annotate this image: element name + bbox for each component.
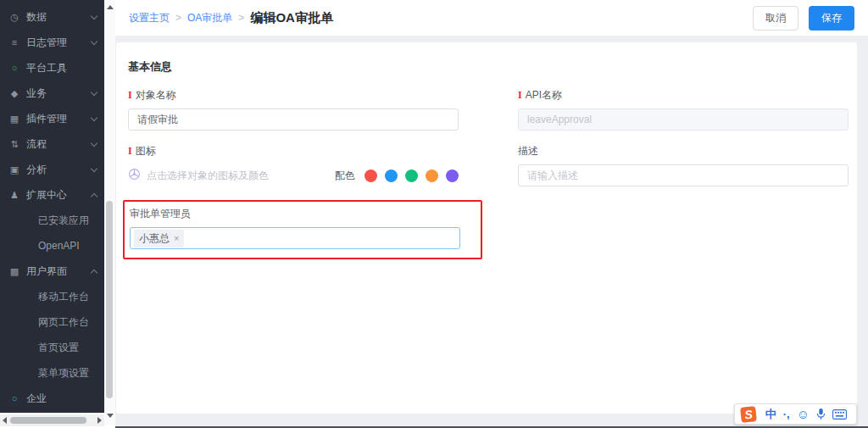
- save-button[interactable]: 保存: [809, 6, 854, 31]
- tag-remove-icon[interactable]: ×: [174, 233, 179, 243]
- list-icon: ≡: [8, 37, 20, 47]
- sidebar-item-web-workbench[interactable]: 网页工作台: [0, 309, 104, 335]
- breadcrumb-separator: >: [175, 12, 181, 24]
- chevron-icon: [91, 269, 97, 275]
- sidebar-item-label: 数据: [26, 10, 92, 25]
- required-mark: I: [128, 89, 132, 102]
- admin-label: 审批单管理员: [130, 207, 481, 221]
- content-background: 基本信息 I 对象名称 请假审批 I 图标: [115, 36, 868, 426]
- flow-icon: ⇅: [8, 139, 20, 150]
- palette-icon: [128, 168, 141, 184]
- form-right-column: I API名称 leaveApproval 描述 请输入描述: [518, 88, 849, 259]
- vertical-scrollbar[interactable]: [104, 0, 115, 425]
- chevron-icon: [91, 140, 97, 147]
- sidebar-item-homepage-settings[interactable]: 首页设置: [0, 335, 104, 360]
- required-mark: I: [518, 89, 522, 102]
- sidebar-item-label: OpenAPI: [38, 240, 92, 252]
- palette-color-dot[interactable]: [446, 170, 459, 182]
- object-name-field: I 对象名称 请假审批: [128, 88, 459, 131]
- sidebar-item-menu-item-settings[interactable]: 菜单项设置: [0, 360, 104, 386]
- cancel-button[interactable]: 取消: [753, 6, 798, 31]
- sidebar-item-flow[interactable]: ⇅ 流程: [0, 131, 104, 157]
- briefcase-icon: ◆: [8, 88, 20, 99]
- sidebar-item-label: 插件管理: [26, 112, 92, 126]
- sogou-logo-icon[interactable]: S: [740, 406, 757, 423]
- palette-label: 配色: [335, 169, 355, 183]
- palette-color-dot[interactable]: [426, 170, 438, 182]
- api-name-field: I API名称 leaveApproval: [518, 88, 849, 131]
- palette-color-dot[interactable]: [405, 170, 418, 182]
- circle-icon: ○: [8, 63, 20, 73]
- chevron-icon: [91, 192, 97, 199]
- sidebar-item-user-interface[interactable]: ▩ 用户界面: [0, 258, 104, 284]
- icon-field: I 图标 点击选择对象的图标及颜色: [128, 144, 459, 186]
- sidebar-item-business[interactable]: ◆ 业务: [0, 81, 104, 106]
- grid-icon: ▦: [8, 114, 20, 125]
- description-label: 描述: [518, 144, 849, 158]
- horizontal-scrollbar[interactable]: [0, 414, 104, 426]
- object-name-input[interactable]: 请假审批: [128, 108, 459, 131]
- chart-icon: ▣: [8, 164, 20, 175]
- palette-color-dot[interactable]: [385, 170, 398, 182]
- ime-punctuation-toggle[interactable]: ·,: [783, 409, 790, 420]
- ime-language-toggle[interactable]: 中: [765, 409, 776, 420]
- admin-tag: 小惠总 ×: [134, 230, 184, 247]
- api-name-label: I API名称: [518, 88, 849, 103]
- annotation-box: 审批单管理员 小惠总 ×: [123, 200, 482, 259]
- section-title: 基本信息: [128, 59, 857, 75]
- sidebar-item-installed-apps[interactable]: 已安装应用: [0, 208, 104, 233]
- sidebar-item-extension-center[interactable]: ♟ 扩展中心: [0, 182, 104, 208]
- vertical-scrollbar-thumb[interactable]: [106, 201, 113, 398]
- icon-label: I 图标: [128, 144, 459, 158]
- sidebar-item-label: 扩展中心: [26, 188, 92, 203]
- sidebar-item-data[interactable]: ◷ 数据: [0, 4, 104, 30]
- page-title: 编辑OA审批单: [250, 10, 333, 26]
- chevron-icon: [91, 165, 97, 172]
- palette-color-dot[interactable]: [364, 170, 377, 182]
- extension-icon: ♟: [8, 190, 20, 201]
- sidebar-item-label: 已安装应用: [38, 214, 92, 228]
- admin-input[interactable]: 小惠总 ×: [130, 227, 460, 249]
- sidebar-item-label: 企业: [26, 392, 92, 406]
- chevron-icon: [91, 89, 97, 96]
- admin-tag-label: 小惠总: [139, 231, 170, 246]
- sidebar-item-label: 流程: [26, 137, 92, 152]
- chevron-icon: [91, 114, 97, 121]
- header-buttons: 取消 保存: [753, 6, 854, 31]
- description-input[interactable]: 请输入描述: [518, 164, 849, 186]
- description-field: 描述 请输入描述: [518, 144, 849, 186]
- sidebar-item-label: 网页工作台: [38, 315, 92, 330]
- emoji-icon[interactable]: ☺: [797, 408, 810, 420]
- breadcrumb-separator: >: [238, 12, 244, 24]
- microphone-icon[interactable]: [816, 408, 826, 420]
- scroll-left-arrow-icon[interactable]: [3, 417, 7, 424]
- sidebar: ◷ 数据 ≡ 日志管理 ○ 平台工具 ◆ 业务 ▦ 插件管理 ⇅ 流程 ▣ 分析: [0, 0, 104, 413]
- sidebar-item-enterprise[interactable]: ○ 企业: [0, 386, 104, 411]
- sidebar-item-label: 移动工作台: [38, 290, 92, 304]
- sidebar-item-label: 业务: [26, 86, 92, 101]
- clock-icon: ◷: [8, 12, 20, 23]
- sidebar-item-openapi[interactable]: OpenAPI: [0, 233, 104, 258]
- form-left-column: I 对象名称 请假审批 I 图标: [128, 88, 459, 259]
- icon-picker[interactable]: 点击选择对象的图标及颜色: [128, 168, 269, 184]
- breadcrumb-link-oa-approval[interactable]: OA审批单: [187, 11, 232, 25]
- form-card: 基本信息 I 对象名称 请假审批 I 图标: [116, 42, 857, 414]
- sidebar-item-label: 用户界面: [26, 264, 92, 279]
- horizontal-scrollbar-thumb[interactable]: [10, 417, 86, 424]
- sidebar-item-mobile-workbench[interactable]: 移动工作台: [0, 284, 104, 309]
- sidebar-item-log-management[interactable]: ≡ 日志管理: [0, 30, 104, 55]
- sidebar-item-plugin-management[interactable]: ▦ 插件管理: [0, 106, 104, 131]
- scroll-up-arrow-icon[interactable]: [107, 5, 114, 9]
- keyboard-icon[interactable]: [832, 409, 847, 420]
- icon-picker-hint: 点击选择对象的图标及颜色: [147, 169, 269, 183]
- scroll-right-arrow-icon[interactable]: [97, 417, 102, 424]
- ime-toolbar: S 中 ·, ☺: [734, 403, 857, 425]
- breadcrumb-link-settings-home[interactable]: 设置主页: [129, 11, 170, 25]
- api-name-input: leaveApproval: [518, 108, 849, 131]
- sidebar-item-analysis[interactable]: ▣ 分析: [0, 157, 104, 182]
- scroll-down-arrow-icon[interactable]: [107, 414, 114, 418]
- sidebar-item-label: 菜单项设置: [38, 366, 92, 381]
- chevron-icon: [91, 38, 97, 45]
- circle-icon: ○: [8, 393, 20, 403]
- sidebar-item-platform-tools[interactable]: ○ 平台工具: [0, 55, 104, 81]
